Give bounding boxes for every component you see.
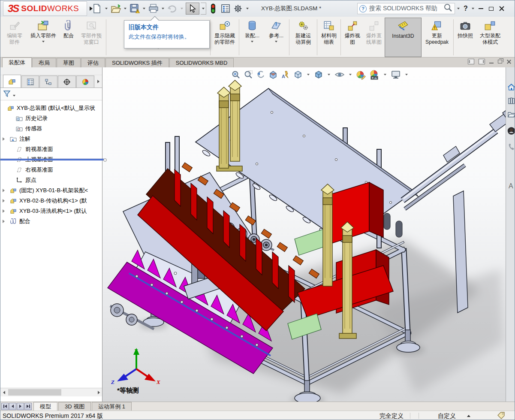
scrollbar-thumb[interactable] <box>8 389 61 396</box>
tree-item-subassembly-drive[interactable]: XYB-02-B-传动机构<1> (默 <box>0 196 102 206</box>
tree-item-right-plane[interactable]: 右视基准面 <box>0 165 102 175</box>
graphics-viewport[interactable]: A Y Z X *等轴测 <box>102 67 506 402</box>
ribbon-item-insert-component[interactable]: 插入零部件 <box>27 18 60 57</box>
view-settings-icon[interactable] <box>391 70 401 79</box>
minimize-button[interactable] <box>476 4 486 13</box>
chevron-down-icon[interactable] <box>143 8 145 9</box>
first-tab-button[interactable] <box>1 403 9 410</box>
display-style-icon[interactable] <box>314 70 323 79</box>
doc-close-icon[interactable] <box>506 59 511 64</box>
ribbon-item-instant3d[interactable]: Instant3D <box>385 18 422 57</box>
select-tool-dropdown[interactable] <box>201 3 206 15</box>
collapse-right-pane-icon[interactable] <box>479 59 485 64</box>
tab-evaluate[interactable]: 评估 <box>81 58 105 67</box>
tree-item-history[interactable]: 历史记录 <box>0 113 102 124</box>
search-icon[interactable] <box>443 3 453 14</box>
ribbon-item-reference-geometry[interactable]: 参考... <box>264 18 288 57</box>
tab-dimxpert[interactable] <box>58 76 76 88</box>
maximize-button[interactable] <box>487 4 496 13</box>
tab-assembly[interactable]: 装配体 <box>2 57 32 67</box>
hide-show-items-icon[interactable] <box>334 70 345 79</box>
tab-model[interactable]: 模型 <box>33 402 57 411</box>
status-custom-text[interactable]: 自定义 <box>438 412 456 420</box>
expander-icon[interactable] <box>3 220 5 223</box>
tree-item-origin[interactable]: 原点 <box>0 175 102 185</box>
file-properties-button[interactable] <box>220 3 231 14</box>
design-library-icon[interactable] <box>506 94 515 108</box>
phone-icon[interactable] <box>506 140 515 154</box>
last-tab-button[interactable] <box>24 403 32 410</box>
home-icon[interactable] <box>506 80 515 94</box>
tab-layout[interactable]: 布局 <box>32 58 56 67</box>
chevron-down-icon[interactable] <box>384 74 386 76</box>
zoom-to-area-icon[interactable] <box>244 70 253 79</box>
tree-item-subassembly-cleaning[interactable]: XYB-03-清洗机构<1> (默认 <box>0 206 102 216</box>
tab-property-manager[interactable] <box>21 76 39 88</box>
tab-configuration-manager[interactable] <box>39 76 57 88</box>
ribbon-item-mate[interactable]: 配合 <box>60 18 78 57</box>
chevron-down-icon[interactable] <box>405 74 408 76</box>
help-menu-button[interactable]: ? <box>462 5 470 12</box>
chevron-down-icon[interactable] <box>349 74 352 76</box>
section-view-icon[interactable] <box>268 70 278 79</box>
annotation-views-icon[interactable]: A <box>281 70 290 79</box>
rebuild-icon[interactable] <box>208 3 219 14</box>
collapse-left-pane-icon[interactable] <box>468 59 474 64</box>
ribbon-item-bill-of-materials[interactable]: 材料明 细表 <box>318 18 340 57</box>
print-button[interactable] <box>148 3 159 14</box>
previous-view-icon[interactable] <box>256 70 265 79</box>
next-tab-button[interactable] <box>17 403 24 410</box>
panel-splitter-handle[interactable] <box>103 158 107 162</box>
tree-item-root[interactable]: XYB-总装图 (默认<默认_显示状 <box>0 103 102 113</box>
tree-item-sensors[interactable]: 传感器 <box>0 124 102 134</box>
tab-addins[interactable]: SOLIDWORKS 插件 <box>105 58 169 67</box>
chevron-down-icon[interactable] <box>162 8 164 9</box>
ribbon-item-assembly-features[interactable]: 装配... <box>240 18 264 57</box>
view-orientation-icon[interactable] <box>293 70 303 79</box>
doc-minimize-icon[interactable] <box>489 60 494 63</box>
expander-icon[interactable] <box>3 137 5 141</box>
chevron-up-icon[interactable] <box>467 415 470 417</box>
expander-icon[interactable] <box>3 209 5 213</box>
panel-tabs-flyout[interactable] <box>95 76 102 88</box>
apply-scene-icon[interactable] <box>369 69 379 80</box>
ribbon-item-show-hidden-components[interactable]: 显示隐藏 的零部件 <box>211 18 238 57</box>
chevron-down-icon[interactable] <box>124 8 126 9</box>
ribbon-item-exploded-view[interactable]: 爆炸视 图 <box>342 18 363 57</box>
doc-restore-icon[interactable] <box>498 60 502 63</box>
zoom-fit-icon[interactable] <box>231 70 241 79</box>
prev-tab-button[interactable] <box>9 403 16 410</box>
tab-sketch[interactable]: 草图 <box>57 58 81 67</box>
select-tool-button[interactable] <box>186 3 199 15</box>
tag-icon[interactable] <box>497 412 506 420</box>
tree-item-mates[interactable]: 配合 <box>0 216 102 227</box>
tree-filter-row[interactable] <box>0 88 102 100</box>
3d-model-assembly[interactable] <box>102 67 506 402</box>
undo-button[interactable] <box>167 3 178 14</box>
tab-feature-tree[interactable] <box>3 75 21 88</box>
help-search-input[interactable]: ? 搜索 SOLIDWORKS 帮助 <box>357 3 455 14</box>
ribbon-item-update-speedpak[interactable]: 更新 Speedpak <box>422 18 452 57</box>
chevron-down-icon[interactable] <box>457 8 460 9</box>
ribbon-item-new-motion-study[interactable]: 新建运 动算例 <box>290 18 316 57</box>
ribbon-item-large-assembly-mode[interactable]: 大型装配 体模式 <box>476 18 504 57</box>
chevron-down-icon[interactable] <box>105 8 108 9</box>
expander-icon[interactable] <box>3 189 5 192</box>
new-document-button[interactable] <box>91 3 102 14</box>
tab-3d-views[interactable]: 3D 视图 <box>58 402 91 411</box>
avatar[interactable] <box>506 121 515 140</box>
chevron-down-icon[interactable] <box>328 74 330 76</box>
tab-mbd[interactable]: SOLIDWORKS MBD <box>169 58 234 67</box>
expander-icon[interactable] <box>3 199 5 202</box>
scroll-right-icon[interactable] <box>95 389 102 396</box>
tree-item-annotations[interactable]: A 注解 <box>0 134 102 144</box>
scroll-left-icon[interactable] <box>0 389 7 396</box>
file-explorer-icon[interactable] <box>506 108 515 121</box>
save-button[interactable] <box>129 3 140 14</box>
close-button[interactable] <box>497 4 506 13</box>
chevron-down-icon[interactable] <box>307 74 310 76</box>
open-button[interactable] <box>110 3 121 14</box>
tree-item-subassembly-frame[interactable]: (固定) XYB-01-B-机架装配< <box>0 185 102 196</box>
chevron-down-icon[interactable] <box>472 8 474 9</box>
tab-display-manager[interactable] <box>76 76 94 88</box>
